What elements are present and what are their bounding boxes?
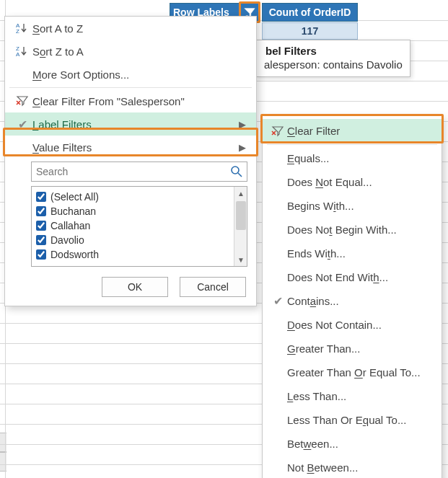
separator: [9, 87, 252, 88]
submenu-not-between[interactable]: Not Between...: [263, 456, 442, 478]
checkbox[interactable]: [36, 192, 46, 202]
submenu-label: Equals...: [287, 152, 329, 164]
menu-sort-az[interactable]: AZ Sort A to Z: [5, 17, 256, 40]
svg-text:Z: Z: [16, 28, 19, 35]
scroll-up-icon[interactable]: ▲: [234, 187, 247, 200]
submenu-label: Does Not End With...: [287, 271, 388, 283]
submenu-label: Less Than Or Equal To...: [287, 414, 406, 426]
submenu-not-equal[interactable]: Does Not Equal...: [263, 170, 442, 194]
cancel-button[interactable]: Cancel: [180, 277, 246, 297]
menu-label: Clear Filter From "Salesperson": [32, 95, 249, 107]
submenu-not-begin-with[interactable]: Does Not Begin With...: [263, 218, 442, 242]
clear-filter-icon: [12, 94, 32, 107]
filter-item[interactable]: Callahan: [35, 218, 231, 233]
clear-filter-icon: [268, 125, 287, 138]
menu-clear-filter-from[interactable]: Clear Filter From "Salesperson": [5, 89, 256, 112]
submenu-label: Begins With...: [287, 200, 354, 212]
submenu-not-contain[interactable]: Does Not Contain...: [263, 313, 442, 337]
search-field-wrap: [31, 161, 247, 182]
submenu-clear-filter[interactable]: Clear Filter: [263, 119, 442, 143]
svg-line-5: [238, 173, 242, 177]
filter-tooltip: bel Filters alesperson: contains Davolio: [256, 40, 410, 77]
ok-button[interactable]: OK: [102, 277, 168, 297]
submenu-label: Greater Than...: [287, 342, 360, 355]
submenu-arrow-icon: ▶: [239, 119, 246, 130]
submenu-label: Ends With...: [287, 247, 346, 260]
checkbox[interactable]: [36, 235, 46, 245]
menu-sort-za[interactable]: ZA Sort Z to A: [5, 40, 256, 63]
menu-more-sort[interactable]: More Sort Options...: [5, 63, 256, 86]
tooltip-title: bel Filters: [264, 45, 403, 57]
scroll-thumb[interactable]: [236, 201, 246, 230]
submenu-arrow-icon: ▶: [239, 142, 246, 153]
sort-az-icon: AZ: [12, 22, 32, 35]
submenu-between[interactable]: Between...: [263, 432, 442, 456]
submenu-contains[interactable]: ✔Contains...: [263, 289, 442, 313]
submenu-label: Between...: [287, 438, 338, 450]
filter-values-listbox[interactable]: (Select All) Buchanan Callahan Davolio D…: [31, 186, 247, 267]
submenu-begins-with[interactable]: Begins With...: [263, 194, 442, 218]
checkbox[interactable]: [36, 221, 46, 231]
filter-context-menu: AZ Sort A to Z ZA Sort Z to A More Sort …: [4, 16, 257, 306]
search-icon[interactable]: [230, 165, 243, 178]
submenu-not-end-with[interactable]: Does Not End With...: [263, 265, 442, 289]
search-input[interactable]: [31, 161, 247, 182]
submenu-label: Clear Filter: [287, 125, 340, 137]
filter-item[interactable]: (Select All): [35, 190, 231, 204]
submenu-lte[interactable]: Less Than Or Equal To...: [263, 408, 442, 432]
submenu-label: Not Between...: [287, 461, 358, 474]
submenu-label: Does Not Contain...: [287, 319, 382, 331]
filter-item[interactable]: Davolio: [35, 233, 231, 247]
submenu-label: Does Not Begin With...: [287, 223, 397, 236]
check-icon: ✔: [12, 118, 32, 131]
separator: [267, 144, 437, 145]
filter-item[interactable]: Dodsworth: [35, 247, 231, 262]
submenu-less-than[interactable]: Less Than...: [263, 384, 442, 408]
checkbox[interactable]: [36, 206, 46, 216]
menu-label: Label Filters: [32, 118, 249, 130]
checkbox[interactable]: [36, 249, 46, 260]
pivot-count-header[interactable]: Count of OrderID: [262, 3, 358, 22]
submenu-equals[interactable]: Equals...: [263, 146, 442, 170]
tooltip-body: alesperson: contains Davolio: [264, 58, 403, 71]
scrollbar[interactable]: ▲ ▼: [234, 187, 247, 266]
menu-value-filters[interactable]: Value Filters ▶: [5, 136, 256, 159]
dialog-buttons: OK Cancel: [5, 267, 256, 297]
menu-label: Sort Z to A: [32, 45, 249, 58]
pivot-count-value: 117: [262, 22, 358, 40]
submenu-label: Less Than...: [287, 390, 346, 402]
filter-item[interactable]: Buchanan: [35, 204, 231, 218]
label-filters-submenu: Clear Filter Equals... Does Not Equal...…: [262, 115, 442, 478]
submenu-gte[interactable]: Greater Than Or Equal To...: [263, 360, 442, 384]
menu-label: Sort A to Z: [32, 22, 249, 35]
submenu-label: Does Not Equal...: [287, 176, 372, 188]
menu-label-filters[interactable]: ✔ Label Filters ▶: [5, 112, 256, 136]
sort-za-icon: ZA: [12, 45, 32, 58]
scroll-down-icon[interactable]: ▼: [234, 253, 247, 266]
check-icon: ✔: [268, 294, 287, 308]
svg-text:A: A: [16, 51, 20, 58]
menu-label: More Sort Options...: [32, 68, 249, 81]
svg-point-4: [232, 167, 239, 174]
filter-values-items: (Select All) Buchanan Callahan Davolio D…: [32, 187, 234, 266]
submenu-label: Greater Than Or Equal To...: [287, 366, 421, 379]
submenu-greater-than[interactable]: Greater Than...: [263, 337, 442, 360]
menu-label: Value Filters: [32, 141, 249, 154]
submenu-label: Contains...: [287, 295, 339, 307]
submenu-ends-with[interactable]: Ends With...: [263, 242, 442, 265]
